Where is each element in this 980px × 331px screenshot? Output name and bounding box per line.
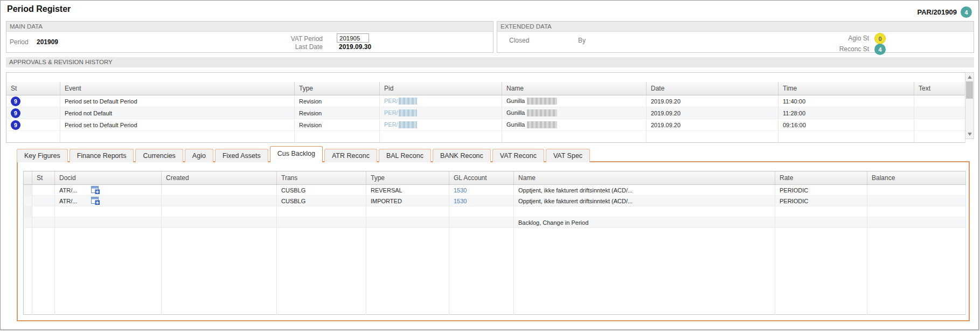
approvals-row[interactable]: 9 Period set to Default Period Revision …	[6, 95, 965, 107]
gl-account-link[interactable]: 1530	[454, 187, 467, 194]
vat-period-input[interactable]	[337, 33, 369, 43]
backlog-row[interactable]: ATR/... CUSBLG IMPORTED 1530 Opptjent, i…	[24, 196, 966, 206]
new-window-icon[interactable]	[91, 197, 100, 205]
col-date[interactable]: Date	[647, 82, 779, 95]
new-window-icon[interactable]	[91, 186, 100, 195]
cell-date: 2019.09.20	[647, 107, 779, 119]
col-text[interactable]: Text	[914, 82, 965, 95]
cell-event: Period set to Default Period	[60, 95, 295, 107]
tab-vat-spec[interactable]: VAT Spec	[546, 149, 590, 162]
tab-atr-reconc[interactable]: ATR Reconc	[324, 149, 377, 162]
cell-gl-account	[449, 217, 514, 228]
cell-time: 11:28:00	[779, 107, 914, 119]
cell-trans: CUSBLG	[277, 185, 366, 196]
reconc-st-label: Reconc St	[783, 45, 869, 53]
cell-rate	[775, 217, 867, 228]
approvals-scrollbar[interactable]	[965, 72, 974, 139]
cell-rate: PERIODIC	[775, 196, 867, 206]
pid-link[interactable]: PER/	[384, 98, 398, 104]
col-st[interactable]: St	[6, 82, 60, 95]
tab-cus-backlog[interactable]: Cus Backlog	[270, 146, 323, 162]
col-rate[interactable]: Rate	[775, 171, 867, 185]
tab-bank-reconc[interactable]: BANK Reconc	[433, 149, 491, 162]
scrollbar-thumb[interactable]	[966, 81, 973, 99]
agio-st-badge[interactable]: 0	[874, 33, 886, 44]
last-date-value: 2019.09.30	[339, 43, 371, 51]
approvals-top-strip	[6, 73, 965, 82]
redacted-pid	[399, 109, 417, 116]
cell-st: 9	[6, 107, 60, 119]
user-name: Gunilla	[506, 109, 525, 116]
extended-data-panel: EXTENDED DATA Closed By Agio St 0 Reconc…	[497, 21, 974, 53]
tab-fixed-assets[interactable]: Fixed Assets	[215, 149, 268, 162]
by-label: By	[578, 37, 586, 44]
backlog-row[interactable]	[24, 206, 966, 217]
backlog-row[interactable]: ATR/... CUSBLG REVERSAL 1530 Opptjent, i…	[24, 185, 966, 196]
col-name[interactable]: Name	[502, 82, 647, 95]
approvals-row[interactable]: 9 Period not Default Revision PER/ Gunil…	[6, 107, 965, 119]
tab-agio[interactable]: Agio	[185, 149, 213, 162]
pid-link[interactable]: PER/	[384, 109, 398, 116]
col-trans[interactable]: Trans	[277, 171, 366, 185]
approvals-row[interactable]: 9 Period set to Default Period Revision …	[6, 119, 965, 131]
col-gl-account[interactable]: GL Account	[449, 171, 514, 185]
cell-gl-account: 1530	[449, 185, 514, 196]
period-register-window: Period Register PAR/201909 4 MAIN DATA P…	[0, 0, 979, 330]
cell-trans	[277, 217, 366, 228]
approvals-header-row: St Event Type Pid Name Date Time Text	[6, 82, 965, 95]
col-name[interactable]: Name	[514, 171, 775, 185]
cell-balance	[867, 217, 966, 228]
status-badge: 9	[11, 120, 20, 130]
cell-st	[32, 185, 55, 196]
scroll-up-icon[interactable]	[968, 75, 972, 79]
pid-link[interactable]: PER/	[384, 121, 398, 128]
col-type[interactable]: Type	[295, 82, 380, 95]
tab-finance-reports[interactable]: Finance Reports	[69, 149, 134, 162]
tab-currencies[interactable]: Currencies	[135, 149, 183, 162]
main-data-body: Period 201909 VAT Period Last Date 2019.…	[6, 32, 493, 52]
col-type[interactable]: Type	[366, 171, 449, 185]
cell-type	[366, 217, 449, 228]
agio-st-label: Agio St	[783, 35, 869, 42]
redacted-name	[527, 98, 557, 105]
cell-type: Revision	[295, 107, 380, 119]
cell-row-margin	[24, 217, 32, 228]
doc-ref-text: PAR/201909	[918, 8, 957, 16]
docid-text[interactable]: ATR/...	[59, 198, 77, 204]
cell-time: 09:16:00	[779, 119, 914, 131]
cell-pid: PER/	[380, 119, 502, 131]
col-docid[interactable]: Docid	[55, 171, 162, 185]
scroll-down-icon[interactable]	[968, 133, 972, 136]
tab-vat-reconc[interactable]: VAT Reconc	[492, 149, 544, 162]
col-created[interactable]: Created	[162, 171, 277, 185]
col-row-margin	[24, 171, 32, 185]
col-balance[interactable]: Balance	[867, 171, 966, 185]
redacted-name	[527, 121, 557, 128]
tab-bal-reconc[interactable]: BAL Reconc	[379, 149, 431, 162]
cell-text	[914, 95, 965, 107]
cell-row-margin	[24, 206, 32, 217]
col-time[interactable]: Time	[779, 82, 914, 95]
cell-st: 9	[6, 119, 60, 131]
approvals-section-header: APPROVALS & REVISION HISTORY	[6, 57, 974, 67]
cell-balance	[867, 196, 966, 206]
extended-data-header: EXTENDED DATA	[497, 22, 974, 32]
cell-date: 2019.09.20	[647, 119, 779, 131]
cell-row-margin	[24, 196, 32, 206]
col-st[interactable]: St	[32, 171, 55, 185]
cell-type: Revision	[295, 95, 380, 107]
backlog-header-row: St Docid Created Trans Type GL Account N…	[24, 171, 966, 185]
docid-text[interactable]: ATR/...	[59, 187, 77, 194]
tab-key-figures[interactable]: Key Figures	[17, 149, 68, 162]
cell-balance	[867, 206, 966, 217]
backlog-row[interactable]: Backlog, Change in Period	[24, 217, 966, 228]
gl-account-link[interactable]: 1530	[454, 198, 467, 204]
doc-status-badge[interactable]: 4	[961, 6, 972, 18]
cell-created	[162, 196, 277, 206]
cell-trans: CUSBLG	[277, 196, 366, 206]
col-event[interactable]: Event	[60, 82, 295, 95]
reconc-st-badge[interactable]: 4	[874, 44, 886, 55]
redacted-pid	[399, 98, 417, 105]
main-data-header: MAIN DATA	[6, 22, 493, 32]
col-pid[interactable]: Pid	[380, 82, 502, 95]
